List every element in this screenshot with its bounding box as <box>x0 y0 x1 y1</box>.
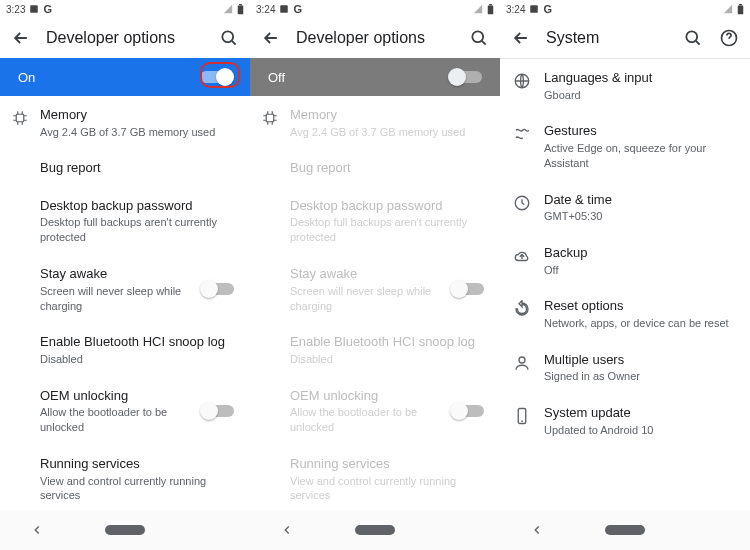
settings-item[interactable]: Multiple usersSigned in as Owner <box>500 341 750 394</box>
item-title: System update <box>544 404 734 422</box>
globe-icon <box>512 71 532 91</box>
google-g-icon: G <box>43 3 52 15</box>
signal-icon <box>223 4 233 14</box>
item-title: Stay awake <box>290 265 450 283</box>
item-subtitle: View and control currently running servi… <box>290 474 484 504</box>
svg-rect-4 <box>16 114 24 122</box>
battery-icon <box>737 4 744 15</box>
master-toggle-label: Off <box>268 70 450 85</box>
settings-item[interactable]: Stay awakeScreen will never sleep while … <box>250 255 500 323</box>
svg-rect-5 <box>281 5 289 13</box>
settings-item[interactable]: OEM unlockingAllow the bootloader to be … <box>0 377 250 445</box>
settings-item[interactable]: Desktop backup passwordDesktop full back… <box>0 187 250 255</box>
reset-icon <box>512 299 532 319</box>
settings-item[interactable]: Reset optionsNetwork, apps, or device ca… <box>500 287 750 340</box>
settings-item[interactable]: Stay awakeScreen will never sleep while … <box>0 255 250 323</box>
master-toggle-banner[interactable]: On <box>0 58 250 96</box>
page-title: Developer options <box>46 29 204 47</box>
svg-rect-12 <box>739 4 742 5</box>
settings-item[interactable]: Running servicesView and control current… <box>0 445 250 510</box>
search-button[interactable] <box>682 27 704 49</box>
svg-rect-6 <box>488 5 494 14</box>
settings-item[interactable]: Enable Bluetooth HCI snoop logDisabled <box>0 323 250 376</box>
settings-item[interactable]: Date & timeGMT+05:30 <box>500 181 750 234</box>
item-title: Bug report <box>290 159 484 177</box>
settings-item[interactable]: Desktop backup passwordDesktop full back… <box>250 187 500 255</box>
item-subtitle: Active Edge on, squeeze for your Assista… <box>544 141 734 171</box>
nav-home-pill[interactable] <box>355 525 395 535</box>
settings-item[interactable]: Bug report <box>250 149 500 187</box>
status-time: 3:24 <box>256 4 275 15</box>
app-bar: Developer options <box>0 18 250 58</box>
settings-item[interactable]: Running servicesView and control current… <box>250 445 500 510</box>
back-button[interactable] <box>260 27 282 49</box>
item-title: Desktop backup password <box>290 197 484 215</box>
item-toggle-switch[interactable] <box>452 403 484 419</box>
nav-back-icon[interactable] <box>530 523 544 537</box>
item-title: Memory <box>290 106 484 124</box>
back-button[interactable] <box>10 27 32 49</box>
item-toggle-switch[interactable] <box>202 403 234 419</box>
settings-item[interactable]: MemoryAvg 2.4 GB of 3.7 GB memory used <box>0 96 250 149</box>
item-subtitle: Avg 2.4 GB of 3.7 GB memory used <box>40 125 234 140</box>
item-subtitle: GMT+05:30 <box>544 209 734 224</box>
settings-item[interactable]: Languages & inputGboard <box>500 59 750 112</box>
app-bar: System <box>500 18 750 58</box>
item-title: Running services <box>40 455 234 473</box>
settings-item[interactable]: MemoryAvg 2.4 GB of 3.7 GB memory used <box>250 96 500 149</box>
item-title: Stay awake <box>40 265 200 283</box>
nav-bar <box>0 510 250 550</box>
item-title: Running services <box>290 455 484 473</box>
svg-rect-9 <box>266 114 274 122</box>
item-title: Languages & input <box>544 69 734 87</box>
settings-list: MemoryAvg 2.4 GB of 3.7 GB memory usedBu… <box>250 96 500 510</box>
master-toggle-switch[interactable] <box>450 69 482 85</box>
page-title: System <box>546 29 668 47</box>
nav-home-pill[interactable] <box>605 525 645 535</box>
settings-item[interactable]: Bug report <box>0 149 250 187</box>
battery-icon <box>487 4 494 15</box>
nav-back-icon[interactable] <box>30 523 44 537</box>
nav-bar <box>250 510 500 550</box>
settings-item[interactable]: OEM unlockingAllow the bootloader to be … <box>250 377 500 445</box>
cloud-icon <box>512 246 532 266</box>
item-subtitle: Updated to Android 10 <box>544 423 734 438</box>
nav-bar-row <box>0 510 750 550</box>
status-bar: 3:23 G <box>0 0 250 18</box>
settings-item[interactable]: BackupOff <box>500 234 750 287</box>
item-subtitle: Screen will never sleep while charging <box>40 284 200 314</box>
back-button[interactable] <box>510 27 532 49</box>
google-g-icon: G <box>293 3 302 15</box>
master-toggle-banner[interactable]: Off <box>250 58 500 96</box>
help-button[interactable] <box>718 27 740 49</box>
panel-dev-off: 3:24 G Developer options Off MemoryAvg 2… <box>250 0 500 510</box>
search-button[interactable] <box>468 27 490 49</box>
svg-point-8 <box>472 31 483 42</box>
settings-item[interactable]: System updateUpdated to Android 10 <box>500 394 750 447</box>
svg-rect-7 <box>489 4 492 5</box>
search-button[interactable] <box>218 27 240 49</box>
phone-icon <box>512 406 532 426</box>
item-subtitle: Disabled <box>290 352 484 367</box>
settings-item[interactable]: Enable Bluetooth HCI snoop logDisabled <box>250 323 500 376</box>
item-title: Date & time <box>544 191 734 209</box>
svg-rect-1 <box>238 5 244 14</box>
item-toggle-switch[interactable] <box>202 281 234 297</box>
nav-home-pill[interactable] <box>105 525 145 535</box>
status-time: 3:24 <box>506 4 525 15</box>
item-title: Multiple users <box>544 351 734 369</box>
picture-icon <box>279 4 289 14</box>
status-bar: 3:24 G <box>250 0 500 18</box>
item-subtitle: Off <box>544 263 734 278</box>
svg-point-13 <box>686 31 697 42</box>
nav-back-icon[interactable] <box>280 523 294 537</box>
item-subtitle: Allow the bootloader to be unlocked <box>290 405 450 435</box>
item-title: OEM unlocking <box>40 387 200 405</box>
settings-item[interactable]: GesturesActive Edge on, squeeze for your… <box>500 112 750 180</box>
item-toggle-switch[interactable] <box>452 281 484 297</box>
memory-chip-icon <box>10 108 30 128</box>
master-toggle-switch[interactable] <box>200 69 232 85</box>
svg-rect-0 <box>31 5 39 13</box>
clock-icon <box>512 193 532 213</box>
panel-dev-on: 3:23 G Developer options On MemoryAvg 2.… <box>0 0 250 510</box>
